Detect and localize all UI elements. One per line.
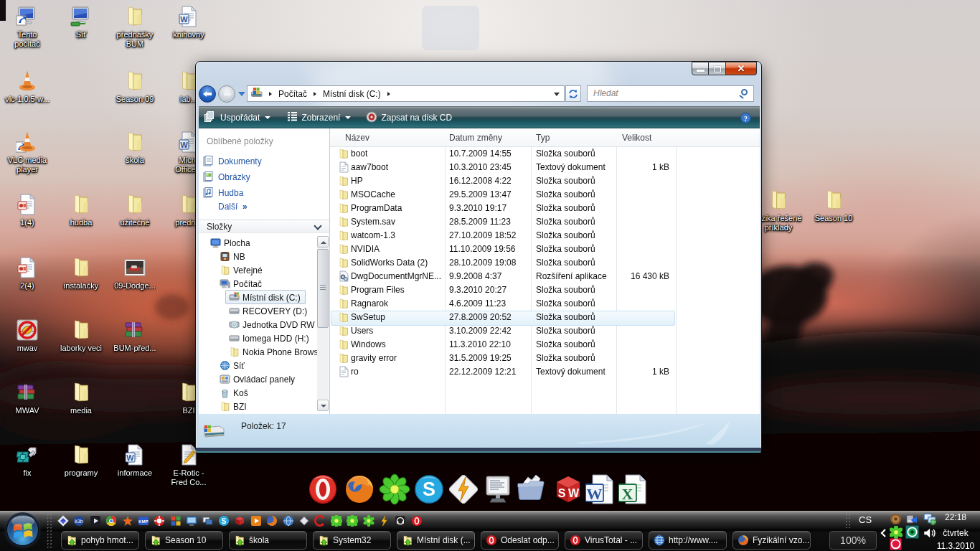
svg-text:k3b: k3b	[75, 519, 83, 524]
svg-text:W: W	[180, 15, 188, 24]
svg-text:W: W	[126, 453, 134, 462]
svg-text:S: S	[222, 517, 227, 525]
svg-text:W: W	[568, 487, 580, 499]
svg-text:W: W	[180, 141, 188, 149]
svg-text:W: W	[587, 485, 603, 503]
svg-text:S: S	[423, 479, 435, 500]
svg-text:?: ?	[744, 115, 748, 123]
svg-text:X: X	[622, 485, 633, 503]
svg-text:KMP: KMP	[138, 519, 148, 524]
svg-text:S: S	[558, 487, 566, 499]
